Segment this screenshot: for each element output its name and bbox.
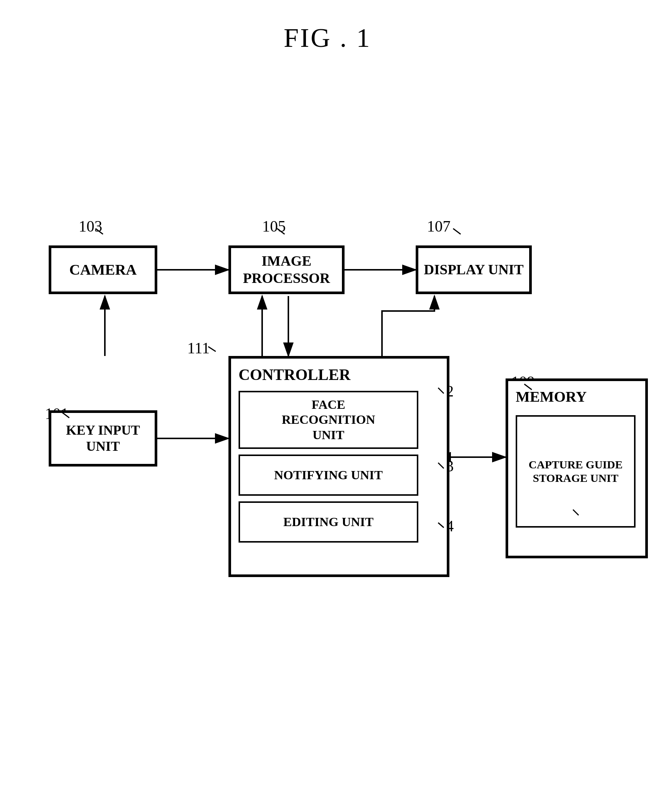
fig-title: FIG . 1 <box>283 23 371 54</box>
capture-guide-storage-unit-box: CAPTURE GUIDESTORAGE UNIT <box>516 415 635 528</box>
camera-box: CAMERA <box>49 245 157 294</box>
ref-103: 103 <box>78 217 102 235</box>
diagram-container: 103 105 107 101 111 109 110 112 113 114 … <box>30 195 625 775</box>
key-input-unit-box: KEY INPUTUNIT <box>49 410 157 467</box>
face-recognition-unit-box: FACERECOGNITIONUNIT <box>238 391 418 449</box>
ref-107: 107 <box>427 217 451 235</box>
display-unit-box: DISPLAY UNIT <box>416 245 532 294</box>
ref-105: 105 <box>262 217 286 235</box>
svg-line-11 <box>453 228 461 234</box>
notifying-unit-box: NOTIFYING UNIT <box>238 455 418 496</box>
memory-box: MEMORY CAPTURE GUIDESTORAGE UNIT <box>506 379 648 558</box>
image-processor-box: IMAGEPROCESSOR <box>228 245 344 294</box>
controller-box: CONTROLLER FACERECOGNITIONUNIT NOTIFYING… <box>228 356 449 577</box>
editing-unit-box: EDITING UNIT <box>238 501 418 542</box>
ref-111: 111 <box>187 339 210 357</box>
